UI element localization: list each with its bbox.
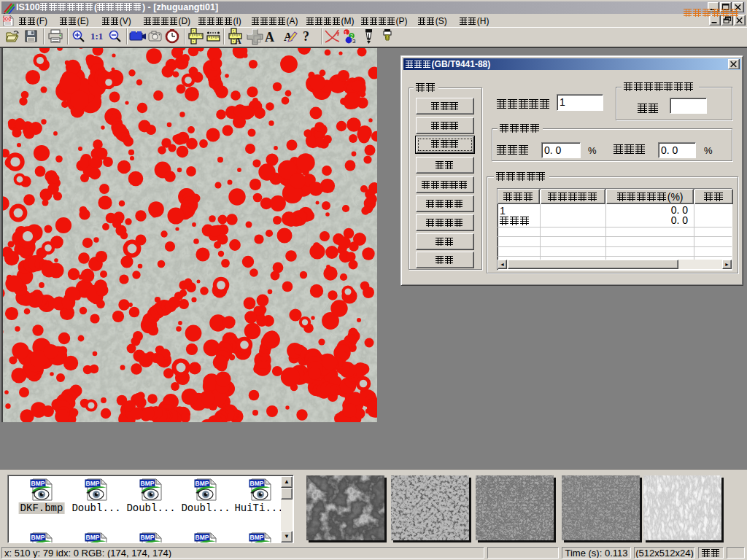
svg-text:3: 3	[352, 38, 356, 44]
svg-text:BMP: BMP	[31, 534, 45, 541]
svg-text:BMP: BMP	[196, 534, 209, 541]
svg-text:?: ?	[303, 29, 309, 44]
svg-text:1:1: 1:1	[90, 31, 103, 42]
svg-text:BMP: BMP	[31, 480, 45, 487]
svg-text:BMP: BMP	[250, 480, 264, 487]
svg-text:1: 1	[344, 31, 347, 36]
svg-text:DOC: DOC	[3, 17, 11, 21]
svg-text:BMP: BMP	[86, 534, 100, 541]
svg-text:BMP: BMP	[141, 534, 155, 541]
svg-text:A: A	[265, 30, 274, 44]
svg-text:BMP: BMP	[196, 480, 209, 487]
svg-text:BMP: BMP	[250, 534, 264, 541]
svg-text:BMP: BMP	[141, 480, 155, 487]
svg-text:A: A	[235, 36, 241, 46]
svg-text:BMP: BMP	[86, 480, 100, 487]
